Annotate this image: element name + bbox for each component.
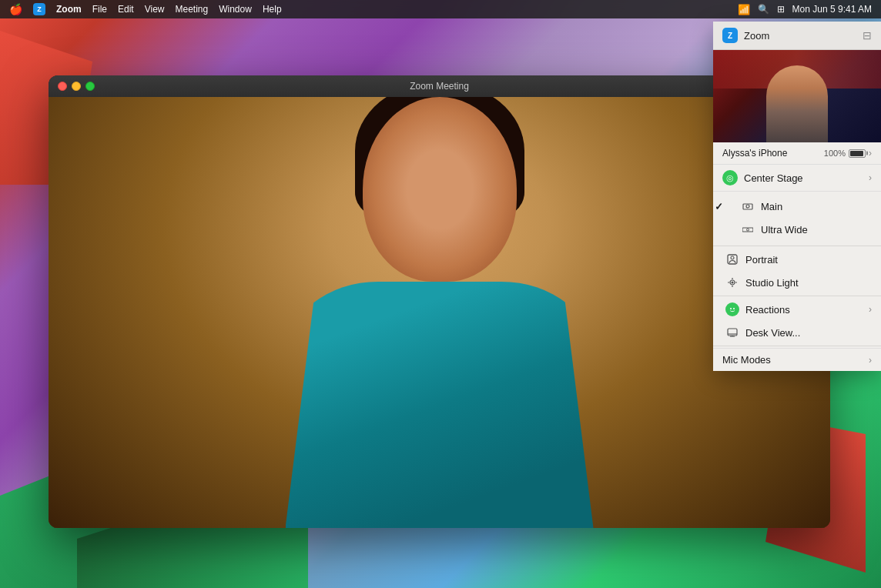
portrait-icon (725, 252, 739, 266)
device-name: Alyssa's iPhone (722, 148, 787, 159)
svg-point-12 (733, 308, 735, 309)
person-head (363, 97, 517, 282)
svg-point-11 (730, 308, 732, 309)
menubar-help[interactable]: Help (263, 4, 282, 15)
menubar-meeting[interactable]: Meeting (176, 4, 209, 15)
camera-option-ultra-wide[interactable]: Ultra Wide (713, 218, 881, 241)
menubar-time: Mon Jun 5 9:41 AM (792, 4, 872, 15)
ultra-wide-label: Ultra Wide (761, 224, 808, 236)
reactions-menu-item[interactable]: Reactions › (713, 298, 881, 321)
panel-app-name: Zoom (744, 30, 769, 42)
menubar-window[interactable]: Window (219, 4, 252, 15)
device-chevron-icon[interactable]: › (869, 148, 872, 159)
menubar: 🍎 Z Zoom File Edit View Meeting Window H… (0, 0, 881, 18)
zoom-icon-letter: Z (728, 32, 732, 40)
battery-fill (850, 151, 863, 156)
panel-expand-icon[interactable]: ⊟ (863, 29, 872, 42)
center-stage-label: Center Stage (744, 172, 803, 184)
person-body (286, 282, 594, 528)
desk-view-icon (725, 326, 739, 339)
mic-modes-row[interactable]: Mic Modes › (713, 348, 881, 371)
center-stage-left: ◎ Center Stage (722, 170, 803, 185)
ultra-wide-icon (741, 222, 755, 236)
center-stage-row[interactable]: ◎ Center Stage › (713, 165, 881, 192)
reactions-label: Reactions (745, 304, 790, 316)
svg-point-0 (746, 205, 749, 208)
search-icon[interactable]: 🔍 (758, 4, 769, 15)
zoom-menu-icon-label: Z (37, 5, 42, 13)
panel-header-left: Z Zoom (722, 28, 769, 43)
center-stage-chevron-icon[interactable]: › (869, 172, 872, 183)
svg-point-1 (747, 229, 749, 231)
minimize-button[interactable] (72, 82, 81, 91)
svg-rect-13 (728, 329, 737, 336)
portrait-label: Portrait (745, 254, 778, 266)
menubar-edit[interactable]: Edit (118, 4, 134, 15)
reactions-icon-circle (725, 302, 739, 316)
desktop: 🍎 Z Zoom File Edit View Meeting Window H… (0, 0, 881, 588)
center-stage-icon: ◎ (722, 170, 738, 185)
mic-modes-arrow-icon: › (869, 355, 872, 366)
zoom-app-icon: Z (722, 28, 738, 43)
camera-options-section: ✓ Main Ultra Wide (713, 192, 881, 244)
battery-indicator: 100% › (824, 148, 872, 159)
reactions-arrow-icon: › (869, 304, 872, 315)
traffic-lights (58, 82, 95, 91)
main-camera-icon (741, 199, 755, 213)
thumbnail-person (766, 65, 828, 142)
menubar-right: 📶 🔍 ⊞ Mon Jun 5 9:41 AM (738, 4, 872, 15)
apple-logo-icon[interactable]: 🍎 (9, 3, 22, 15)
window-title: Zoom Meeting (410, 81, 469, 92)
svg-point-3 (731, 256, 734, 259)
menubar-left: 🍎 Z Zoom File Edit View Meeting Window H… (9, 3, 282, 15)
device-row: Alyssa's iPhone 100% › (713, 142, 881, 165)
studio-light-icon (725, 276, 739, 289)
center-stage-icon-symbol: ◎ (726, 173, 734, 183)
divider-1 (713, 246, 881, 246)
svg-point-10 (729, 306, 736, 313)
desk-view-menu-item[interactable]: Desk View... (713, 321, 881, 344)
divider-3 (713, 346, 881, 346)
video-person (247, 97, 632, 528)
svg-point-5 (732, 282, 734, 284)
main-camera-label: Main (761, 201, 782, 212)
control-center-icon[interactable]: ⊞ (777, 4, 785, 15)
studio-light-label: Studio Light (745, 277, 799, 289)
maximize-button[interactable] (85, 82, 95, 91)
battery-bar (849, 149, 866, 158)
reactions-icon (725, 302, 739, 316)
studio-light-menu-item[interactable]: Studio Light (713, 271, 881, 294)
close-button[interactable] (58, 82, 67, 91)
desk-view-label: Desk View... (745, 327, 800, 339)
menubar-view[interactable]: View (145, 4, 165, 15)
battery-percentage: 100% (824, 149, 846, 158)
zoom-panel: Z Zoom ⊟ Alyssa's iPhone 100% › (713, 22, 881, 371)
wifi-icon: 📶 (738, 4, 750, 15)
checkmark-icon: ✓ (715, 201, 723, 212)
zoom-menu-icon: Z (33, 3, 45, 15)
panel-header: Z Zoom ⊟ (713, 22, 881, 50)
menubar-file[interactable]: File (92, 4, 107, 15)
panel-thumbnail (713, 50, 881, 142)
divider-2 (713, 296, 881, 296)
portrait-menu-item[interactable]: Portrait (713, 248, 881, 271)
menubar-app-name[interactable]: Zoom (56, 4, 82, 15)
camera-option-main[interactable]: ✓ Main (713, 195, 881, 218)
mic-modes-label: Mic Modes (722, 354, 771, 366)
